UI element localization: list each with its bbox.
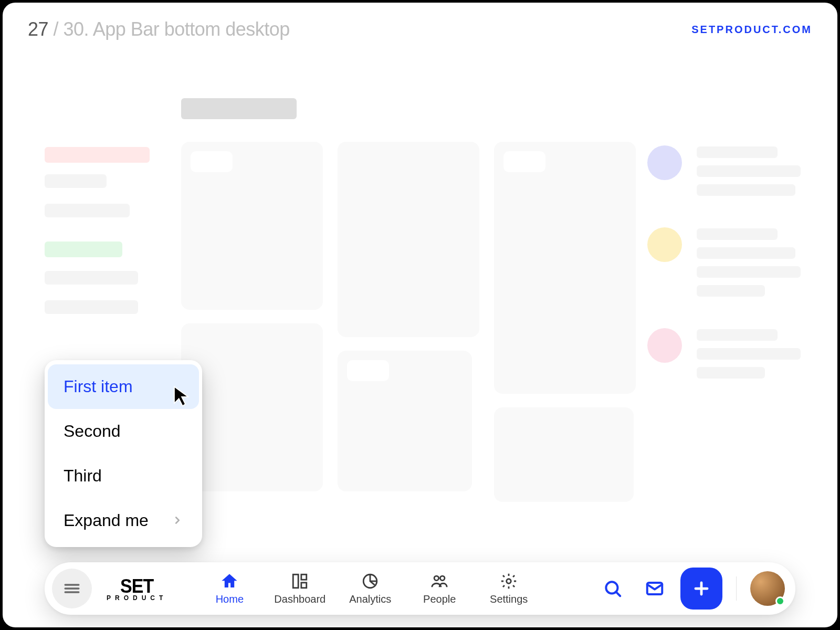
skeleton-line xyxy=(45,300,138,314)
menu-item-expand[interactable]: Expand me xyxy=(48,498,199,543)
plus-icon xyxy=(691,579,711,598)
list-item xyxy=(647,328,801,379)
skeleton-card xyxy=(494,407,634,502)
skeleton-card xyxy=(338,351,472,491)
avatar-pink xyxy=(647,328,682,363)
skeleton-right-list xyxy=(647,145,801,410)
page-counter-current: 27 xyxy=(28,18,48,40)
brand-link[interactable]: SETPRODUCT.COM xyxy=(691,24,812,36)
logo-text-top: SET xyxy=(120,575,153,597)
nav-item-people[interactable]: People xyxy=(415,572,464,605)
analytics-icon xyxy=(361,572,379,590)
skeleton-chip-red xyxy=(45,147,150,163)
nav-tabs: Home Dashboard Analytics People Settings xyxy=(205,572,533,605)
nav-label: People xyxy=(423,593,456,605)
hamburger-icon xyxy=(63,580,81,597)
menu-item-first[interactable]: First item xyxy=(48,364,199,409)
skeleton-line xyxy=(45,174,107,188)
popup-menu: First item Second Third Expand me xyxy=(45,360,202,547)
mail-button[interactable] xyxy=(638,572,671,605)
menu-item-label: Expand me xyxy=(64,511,149,530)
skeleton-chip xyxy=(347,360,389,381)
avatar[interactable] xyxy=(750,571,785,606)
nav-label: Home xyxy=(216,593,244,605)
skeleton-left-column xyxy=(45,147,150,323)
list-item xyxy=(647,227,801,297)
gear-icon xyxy=(500,572,518,590)
svg-rect-5 xyxy=(301,582,307,587)
header: 27 / 30. App Bar bottom desktop SETPRODU… xyxy=(28,18,812,40)
skeleton-chip-green xyxy=(45,242,122,257)
menu-item-label: First item xyxy=(64,377,133,396)
avatar-yellow xyxy=(647,227,682,262)
nav-item-analytics[interactable]: Analytics xyxy=(345,572,395,605)
dashboard-icon xyxy=(291,572,309,590)
skeleton-chip xyxy=(503,151,545,172)
page-counter: 27 / 30. App Bar bottom desktop xyxy=(28,18,290,40)
divider xyxy=(736,576,737,601)
search-icon xyxy=(603,579,623,598)
skeleton-cards xyxy=(181,142,636,502)
home-icon xyxy=(220,572,238,590)
page-counter-total: / 30. App Bar bottom desktop xyxy=(54,18,290,40)
skeleton-card xyxy=(181,323,323,491)
nav-label: Settings xyxy=(490,593,528,605)
people-icon xyxy=(430,572,448,590)
svg-rect-3 xyxy=(293,574,299,588)
skeleton-line xyxy=(45,204,130,217)
skeleton-chip xyxy=(191,151,233,172)
nav-label: Dashboard xyxy=(274,593,326,605)
bottom-app-bar: SET PRODUCT Home Dashboard Analytics Peo… xyxy=(45,562,795,615)
status-dot-online xyxy=(775,596,785,606)
window-frame: 27 / 30. App Bar bottom desktop SETPRODU… xyxy=(3,3,837,627)
svg-rect-4 xyxy=(301,574,307,580)
skeleton-card xyxy=(338,142,479,337)
menu-item-third[interactable]: Third xyxy=(48,454,199,498)
menu-item-label: Second xyxy=(64,422,121,441)
brand-logo[interactable]: SET PRODUCT xyxy=(107,576,167,602)
menu-item-label: Third xyxy=(64,466,102,486)
avatar-blue xyxy=(647,145,682,180)
nav-item-dashboard[interactable]: Dashboard xyxy=(274,572,326,605)
nav-label: Analytics xyxy=(349,593,391,605)
add-button[interactable] xyxy=(680,568,722,610)
skeleton-card xyxy=(494,142,636,394)
mail-icon xyxy=(645,579,665,598)
list-item xyxy=(647,145,801,196)
skeleton-card xyxy=(181,142,323,310)
chevron-right-icon xyxy=(172,511,183,530)
search-button[interactable] xyxy=(596,572,629,605)
svg-point-7 xyxy=(434,576,439,581)
menu-item-second[interactable]: Second xyxy=(48,409,199,454)
svg-point-9 xyxy=(507,579,511,583)
nav-item-settings[interactable]: Settings xyxy=(484,572,533,605)
skeleton-line xyxy=(45,271,138,285)
skeleton-title xyxy=(181,98,297,119)
hamburger-button[interactable] xyxy=(52,569,92,608)
nav-item-home[interactable]: Home xyxy=(205,572,254,605)
svg-line-11 xyxy=(616,592,620,596)
svg-point-8 xyxy=(440,576,445,581)
